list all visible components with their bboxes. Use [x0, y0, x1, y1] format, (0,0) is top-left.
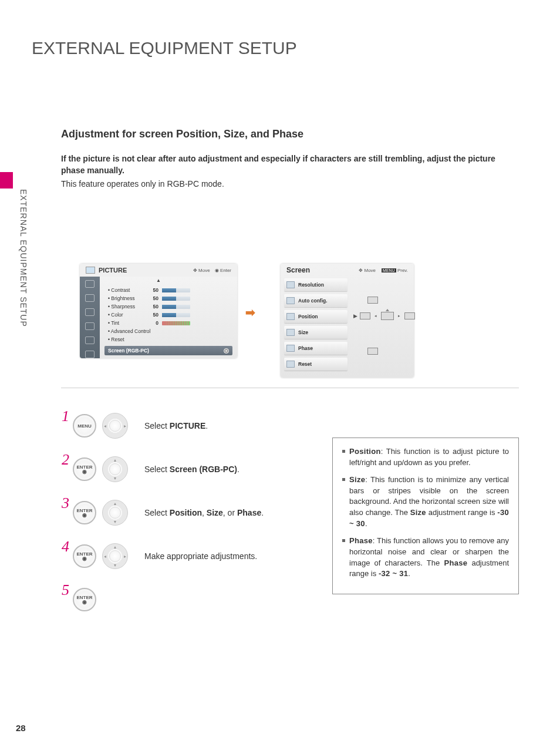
osd-item-contrast: • Contrast 50	[104, 286, 232, 294]
left-arrow-icon: ◂	[373, 314, 379, 318]
info-box: Position: This function is to adjust pic…	[332, 438, 519, 594]
osd-label: • Brightness	[104, 295, 146, 301]
intro-text: If the picture is not clear after auto a…	[61, 153, 519, 191]
osd-item-tint: • Tint 0	[104, 319, 232, 327]
item-label: Resolution	[298, 282, 324, 288]
step-1: 1 MENU ◂▸ Select PICTURE.	[61, 404, 308, 447]
nav-left-right-icon: ◂▸	[102, 413, 128, 439]
picture-icon	[86, 267, 95, 274]
position-icon	[286, 313, 295, 320]
position-control-preview: ▶ ◂ ▸	[353, 312, 415, 320]
osd-picture-menu: PICTURE ✥ Move ◉ Enter ▲ • Contrast 50 •…	[80, 264, 237, 358]
enter-button-icon: ENTER◉	[73, 544, 96, 568]
step-4: 4 ENTER◉ ▴▾◂▸ Make appropriate adjustmen…	[61, 534, 308, 578]
osd-item-advanced: • Advanced Control	[104, 327, 232, 335]
screen-item-phase: Phase	[284, 342, 348, 355]
step-text: Make appropriate adjustments.	[144, 551, 257, 561]
osd-item-color: • Color 50	[104, 311, 232, 319]
step-2: 2 ENTER◉ ▴▾ Select Screen (RGB-PC).	[61, 447, 308, 491]
page-title: EXTERNAL EQUIPMENT SETUP	[32, 38, 297, 58]
horizontal-divider	[61, 388, 519, 388]
step-number: 2	[61, 451, 69, 469]
item-label: Phase	[298, 345, 313, 351]
osd-picture-title: PICTURE	[99, 267, 127, 274]
slider-track	[162, 297, 190, 301]
resolution-icon	[286, 281, 295, 288]
osd-value: 50	[146, 304, 158, 309]
step-number: 5	[61, 581, 69, 599]
enter-button-icon: ENTER◉	[73, 501, 96, 524]
side-section-label: EXTERNAL EQUIPMENT SETUP	[19, 189, 28, 327]
slider-track	[162, 321, 190, 325]
sidebar-icon	[85, 322, 95, 330]
nav-all-directions-icon: ▴▾◂▸	[102, 543, 128, 569]
step-number: 4	[61, 538, 69, 556]
sidebar-icon	[85, 351, 95, 358]
enter-button-icon: ENTER◉	[73, 588, 96, 611]
phase-icon	[286, 345, 295, 352]
screen-right-controls: ▶ ◂ ▸	[353, 264, 414, 378]
osd-screen-title: Screen	[286, 266, 310, 274]
flow-arrow-icon: ➡	[245, 305, 255, 319]
osd-value: 50	[146, 287, 158, 293]
box-icon	[367, 348, 378, 355]
pointer-icon: ▶	[353, 313, 357, 319]
osd-label: Screen (RGB-PC)	[108, 348, 149, 354]
intro-line-2: This feature operates only in RGB-PC mod…	[61, 178, 519, 190]
reset-icon	[286, 361, 295, 368]
size-preview	[367, 348, 378, 355]
osd-item-brightness: • Brightness 50	[104, 294, 232, 302]
nav-up-down-icon: ▴▾	[102, 456, 128, 482]
osd-value: 50	[146, 295, 158, 301]
osd-label: • Advanced Control	[104, 328, 150, 334]
step-5: 5 ENTER◉	[61, 578, 308, 621]
osd-screen-menu: Screen ✥ Move MENU Prev. Resolution Auto…	[281, 264, 414, 378]
enter-button-icon: ENTER◉	[73, 457, 96, 481]
center-box-icon	[381, 312, 394, 320]
menu-button-icon: MENU	[73, 414, 96, 438]
slider-track	[162, 288, 190, 292]
osd-item-screen-rgb: Screen (RGB-PC)	[104, 346, 232, 355]
screen-item-position: Position	[284, 310, 348, 323]
screen-item-auto-config: Auto config.	[284, 294, 348, 307]
accent-tab	[0, 172, 13, 189]
instruction-steps: 1 MENU ◂▸ Select PICTURE. 2 ENTER◉ ▴▾ Se…	[61, 404, 308, 621]
enter-hint: ◉ Enter	[215, 268, 231, 273]
auto-config-preview	[367, 297, 378, 304]
osd-picture-header: PICTURE ✥ Move ◉ Enter	[80, 264, 237, 277]
info-position: Position: This function is to adjust pic…	[342, 446, 509, 469]
info-phase: Phase: This function allows you to remov…	[342, 536, 509, 580]
sidebar-icon	[85, 308, 95, 316]
step-number: 1	[61, 408, 69, 425]
sidebar-icon	[85, 280, 95, 288]
slider-track	[162, 313, 190, 317]
step-text: Select Position, Size, or Phase.	[144, 508, 264, 517]
box-icon	[360, 312, 370, 319]
osd-category-sidebar	[80, 277, 100, 358]
step-text: Select Screen (RGB-PC).	[144, 465, 239, 474]
section-subtitle: Adjustment for screen Position, Size, an…	[61, 128, 303, 140]
osd-label: • Color	[104, 312, 146, 318]
step-3: 3 ENTER◉ ▴▾ Select Position, Size, or Ph…	[61, 491, 308, 534]
screen-item-reset: Reset	[284, 358, 348, 371]
info-size: Size: This function is to minimize any v…	[342, 475, 509, 530]
osd-label: • Tint	[104, 320, 146, 326]
osd-value: 50	[146, 312, 158, 318]
sidebar-icon	[85, 294, 95, 302]
right-arrow-icon: ▸	[396, 314, 402, 318]
slider-track	[162, 305, 190, 309]
osd-label: • Contrast	[104, 287, 146, 293]
osd-value: 0	[146, 320, 158, 326]
box-icon	[404, 312, 415, 319]
item-label: Auto config.	[298, 298, 328, 304]
intro-line-1: If the picture is not clear after auto a…	[61, 153, 519, 177]
screen-item-resolution: Resolution	[284, 278, 348, 291]
item-label: Reset	[298, 361, 312, 367]
screen-item-size: Size	[284, 326, 348, 339]
item-label: Size	[298, 329, 308, 335]
osd-item-reset: • Reset	[104, 335, 232, 344]
size-icon	[286, 329, 295, 336]
nav-up-down-icon: ▴▾	[102, 500, 128, 526]
osd-item-sharpness: • Sharpness 50	[104, 302, 232, 311]
move-hint: ✥ Move	[193, 268, 210, 273]
